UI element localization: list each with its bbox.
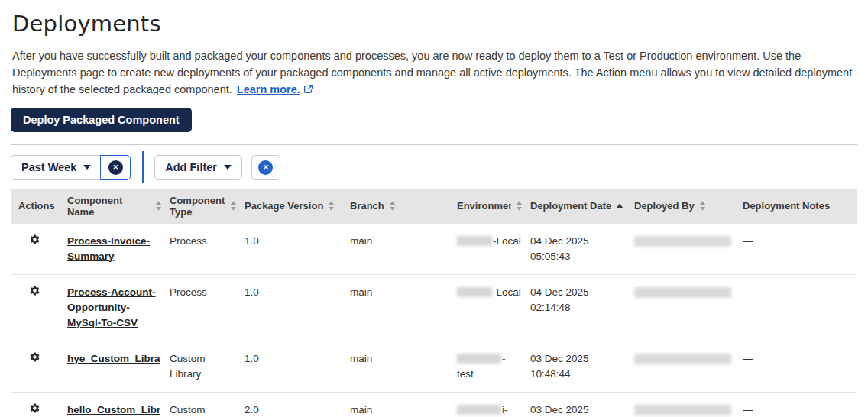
- deployment-date: 03 Dec 2025: [530, 351, 625, 367]
- package-version: 2.0: [245, 404, 259, 415]
- table-row: hello_Custom_LibraryCustom Library2.0mai…: [11, 392, 857, 417]
- sort-icon[interactable]: [516, 201, 523, 211]
- deployed-by-cell: [634, 223, 743, 274]
- column-header-label: Actions: [18, 200, 55, 212]
- deployment-notes: —: [743, 286, 753, 298]
- deployment-date-cell: 04 Dec 202502:14:48: [530, 274, 634, 341]
- deployment-date: 03 Dec 2025: [530, 402, 625, 417]
- deployment-date: 04 Dec 2025: [530, 285, 625, 300]
- sort-ascending-icon[interactable]: [616, 203, 623, 208]
- actions-menu-button[interactable]: [29, 351, 40, 363]
- clear-all-filters-button[interactable]: [251, 155, 280, 180]
- package-version-cell: 1.0: [245, 341, 350, 392]
- deployments-page: Deployments After you have successfully …: [0, 0, 868, 417]
- gear-icon: [29, 287, 40, 299]
- column-header-deployment-date[interactable]: Deployment Date: [530, 189, 634, 223]
- column-header-environment[interactable]: Environment: [457, 189, 530, 223]
- component-type: Custom Library: [170, 353, 206, 380]
- package-version: 1.0: [245, 235, 259, 247]
- deploy-packaged-component-button[interactable]: Deploy Packaged Component: [11, 108, 192, 132]
- environment-cell: -Local: [457, 223, 530, 274]
- actions-cell: [11, 274, 67, 341]
- component-name-link[interactable]: hello_Custom_Library: [67, 404, 160, 415]
- environment-suffix: -Local: [493, 235, 521, 247]
- branch-cell: main: [350, 392, 457, 417]
- column-header-deployed-by[interactable]: Deployed By: [634, 189, 743, 223]
- environment-suffix: -: [502, 353, 506, 364]
- deployment-notes-cell: —: [743, 341, 857, 392]
- redacted-environment-text: [457, 405, 501, 415]
- environment-line2: test: [457, 367, 521, 382]
- date-filter-clear-button[interactable]: [100, 155, 131, 180]
- branch: main: [350, 353, 372, 364]
- deployment-date-cell: 03 Dec 202510:21:42: [530, 392, 634, 417]
- column-header-label: Environment: [457, 200, 511, 212]
- component-name-cell: hello_Custom_Library: [67, 392, 170, 417]
- x-circle-icon: [108, 160, 123, 175]
- filter-bar: Past Week Add Filter: [11, 151, 857, 183]
- redacted-deployed-by-text: [634, 354, 731, 364]
- sort-icon[interactable]: [389, 201, 396, 211]
- component-type-cell: Process: [170, 274, 245, 341]
- branch-cell: main: [350, 223, 457, 274]
- sort-icon[interactable]: [155, 201, 162, 211]
- date-filter-dropdown[interactable]: Past Week: [11, 155, 100, 180]
- table-header-row: ActionsComponent NameComponent TypePacka…: [11, 189, 857, 223]
- table-row: Process-Invoice-SummaryProcess1.0main-Lo…: [11, 223, 857, 274]
- gear-icon: [29, 354, 40, 365]
- package-version-cell: 2.0: [245, 392, 350, 417]
- x-circle-icon: [258, 160, 273, 175]
- component-type: Process: [170, 235, 207, 247]
- column-header-label: Branch: [350, 200, 384, 212]
- column-header-branch[interactable]: Branch: [350, 189, 457, 223]
- column-header-label: Component Name: [67, 195, 151, 218]
- actions-menu-button[interactable]: [29, 402, 40, 414]
- component-name-link[interactable]: hye_Custom_Library: [67, 353, 160, 364]
- actions-cell: [11, 341, 67, 392]
- component-name-cell: Process-Account-Opportunity-MySql-To-CSV: [67, 274, 170, 341]
- package-version: 1.0: [245, 353, 259, 364]
- actions-menu-button[interactable]: [29, 234, 40, 245]
- column-header-component-name[interactable]: Component Name: [67, 189, 170, 223]
- column-header-package-version[interactable]: Package Version: [245, 189, 350, 223]
- sort-icon[interactable]: [230, 201, 237, 211]
- page-title: Deployments: [12, 11, 856, 37]
- branch: main: [350, 235, 372, 247]
- external-link-icon: [303, 82, 313, 99]
- component-type-cell: Custom Library: [170, 341, 245, 392]
- deployment-time: 05:05:43: [530, 249, 625, 264]
- column-header-label: Package Version: [245, 200, 323, 212]
- component-name-cell: hye_Custom_Library: [67, 341, 170, 392]
- branch: main: [350, 286, 372, 298]
- date-filter-group: Past Week: [11, 155, 131, 180]
- add-filter-label: Add Filter: [165, 161, 217, 173]
- add-filter-dropdown[interactable]: Add Filter: [154, 155, 242, 180]
- date-filter-label: Past Week: [21, 161, 76, 173]
- chevron-down-icon: [224, 165, 232, 170]
- environment-cell: i-test: [457, 392, 530, 417]
- component-name-link[interactable]: Process-Invoice-Summary: [67, 235, 150, 262]
- sort-icon[interactable]: [328, 201, 335, 211]
- redacted-deployed-by-text: [634, 405, 731, 415]
- redacted-environment-text: [457, 354, 501, 364]
- section-divider: [11, 144, 857, 145]
- column-header-component-type[interactable]: Component Type: [170, 189, 245, 223]
- deployment-notes: —: [743, 404, 753, 415]
- package-version: 1.0: [245, 286, 259, 298]
- deployments-table: ActionsComponent NameComponent TypePacka…: [11, 189, 857, 417]
- column-header-label: Deployed By: [634, 200, 695, 212]
- deployment-time: 02:14:48: [530, 300, 625, 315]
- description-text: After you have successfully built and pa…: [12, 50, 852, 95]
- environment-cell: -Local: [457, 274, 530, 341]
- component-type-cell: Process: [170, 223, 245, 274]
- redacted-deployed-by-text: [634, 287, 731, 298]
- component-name-link[interactable]: Process-Account-Opportunity-MySql-To-CSV: [67, 286, 156, 328]
- sort-icon[interactable]: [699, 201, 706, 211]
- learn-more-link[interactable]: Learn more.: [237, 83, 300, 95]
- actions-cell: [11, 392, 67, 417]
- actions-menu-button[interactable]: [29, 285, 40, 296]
- actions-cell: [11, 223, 67, 274]
- component-type: Process: [170, 286, 207, 298]
- deployment-time: 10:48:44: [530, 367, 625, 382]
- branch: main: [350, 404, 372, 415]
